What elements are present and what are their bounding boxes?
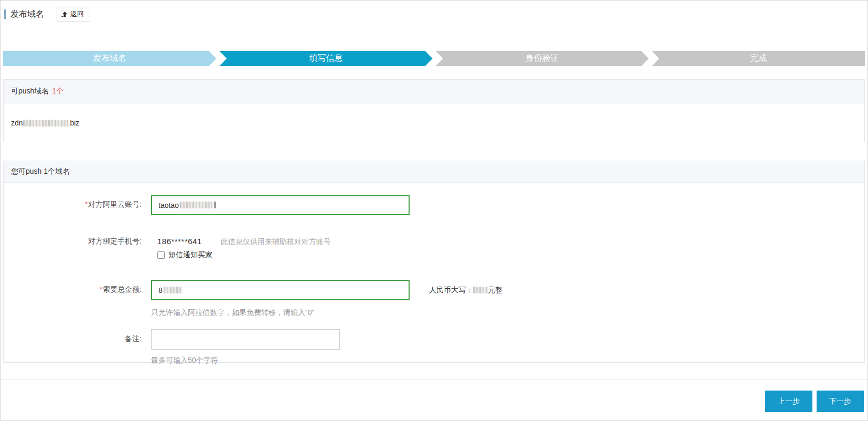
pushable-domains-body: zdn.biz xyxy=(4,103,864,142)
back-button-label: 返回 xyxy=(70,9,84,19)
sms-notify-checkbox[interactable] xyxy=(157,251,165,259)
amount-input[interactable]: 8 xyxy=(151,280,410,300)
step-fill-info: 填写信息 xyxy=(219,51,432,66)
step-label: 完成 xyxy=(750,53,767,64)
next-step-button[interactable]: 下一步 xyxy=(817,391,864,412)
page-title: 发布域名 xyxy=(10,9,44,20)
step-complete: 完成 xyxy=(652,51,865,66)
rmb-capital-text: 人民币大写：元整 xyxy=(429,286,502,295)
back-button[interactable]: 返回 xyxy=(57,7,90,22)
account-value-prefix: taotao xyxy=(158,201,179,209)
back-up-arrow-icon xyxy=(61,11,68,17)
remark-input[interactable] xyxy=(151,329,340,350)
step-label: 身份验证 xyxy=(526,53,559,64)
step-identity-verification: 身份验证 xyxy=(436,51,649,66)
page-header: 发布域名 返回 xyxy=(1,7,90,22)
rmb-label: 人民币大写： xyxy=(429,286,473,294)
required-mark: * xyxy=(100,285,102,293)
remark-hint: 最多可输入50个字符 xyxy=(151,356,340,365)
push-form-panel: 您可push 1个域名 *对方阿里云账号: taotao 对方绑定手机号: xyxy=(3,161,865,363)
phone-hint: 此信息仅供用来辅助核对对方账号 xyxy=(221,237,331,247)
step-wizard: 发布域名 填写信息 身份验证 完成 xyxy=(3,51,865,66)
step-label: 填写信息 xyxy=(309,53,342,64)
footer-actions: 上一步 下一步 xyxy=(765,391,864,412)
sms-notify-label: 短信通知买家 xyxy=(168,250,212,260)
pushable-domains-header: 可push域名 1个 xyxy=(4,80,864,103)
pushable-domains-count: 1个 xyxy=(52,87,63,96)
rmb-redacted-segment xyxy=(473,287,488,293)
account-input[interactable]: taotao xyxy=(151,195,410,215)
amount-label: *索要总金额: xyxy=(4,280,142,294)
form-row-phone: 对方绑定手机号: 186*****641 此信息仅供用来辅助核对对方账号 短信通… xyxy=(4,231,864,260)
form-row-account: *对方阿里云账号: taotao xyxy=(4,195,864,215)
account-label: *对方阿里云账号: xyxy=(4,195,142,209)
required-mark: * xyxy=(85,200,88,208)
domain-prefix: zdn xyxy=(11,119,23,127)
pushable-domains-title: 可push域名 xyxy=(11,87,49,96)
step-label: 发布域名 xyxy=(93,53,126,64)
push-form-title: 您可push 1个域名 xyxy=(11,167,70,176)
push-form-header: 您可push 1个域名 xyxy=(4,161,864,183)
phone-value: 186*****641 xyxy=(157,237,202,246)
phone-label: 对方绑定手机号: xyxy=(4,231,142,246)
domain-suffix: .biz xyxy=(68,119,80,127)
form-row-amount: *索要总金额: 8 人民币大写：元整 只允许输入阿拉伯数字，如果免费转移，请输入… xyxy=(4,280,864,318)
previous-step-button[interactable]: 上一步 xyxy=(765,391,812,412)
rmb-suffix: 元整 xyxy=(488,286,502,294)
pushable-domains-panel: 可push域名 1个 zdn.biz xyxy=(3,79,865,142)
step-publish-domain: 发布域名 xyxy=(3,51,216,66)
remark-label: 备注: xyxy=(4,329,142,344)
amount-value-prefix: 8 xyxy=(158,286,163,294)
amount-hint: 只允许输入阿拉伯数字，如果免费转移，请输入“0” xyxy=(151,308,502,318)
push-form: *对方阿里云账号: taotao 对方绑定手机号: 186*****641 此信… xyxy=(4,183,864,365)
form-row-remark: 备注: 最多可输入50个字符 xyxy=(4,329,864,365)
title-marker xyxy=(4,9,6,19)
page: 发布域名 返回 发布域名 填写信息 身份验证 完成 可push域名 1个 xyxy=(0,0,868,421)
domain-redacted-segment xyxy=(23,120,68,127)
footer-divider xyxy=(1,380,867,380)
amount-redacted-segment xyxy=(164,287,183,293)
account-redacted-segment xyxy=(180,202,212,208)
account-redacted-tail xyxy=(214,202,216,208)
domain-name: zdn.biz xyxy=(11,119,79,127)
